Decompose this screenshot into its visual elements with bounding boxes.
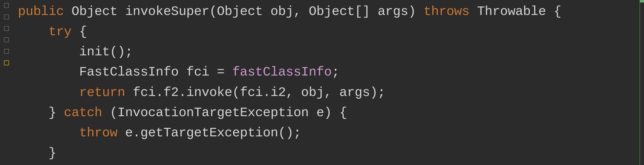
svg-rect-5 — [4, 60, 9, 65]
catch-params: (InvocationTargetException e) { — [102, 106, 347, 120]
svg-rect-4 — [4, 49, 9, 54]
semicolon-1: ; — [332, 66, 340, 79]
code-line-4: FastClassInfo fci = fastClassInfo ; — [18, 62, 640, 82]
type-fci: FastClassInfo fci = — [79, 66, 232, 79]
keyword-try: try — [48, 26, 72, 38]
code-line-1: public Object invokeSuper (Object obj, O… — [18, 2, 640, 22]
indent-2d — [18, 126, 79, 140]
gutter-icon-1 — [3, 2, 10, 9]
type-object: Object — [72, 5, 125, 18]
params: (Object obj, Object[] args) — [209, 5, 424, 18]
init-call: init(); — [79, 46, 133, 58]
brace-open: { — [72, 26, 87, 38]
right-bar — [640, 0, 644, 165]
indent-2c — [18, 86, 79, 99]
svg-rect-0 — [4, 3, 9, 8]
gutter — [0, 0, 13, 165]
svg-rect-3 — [4, 38, 9, 42]
brace-close-catch: } — [48, 147, 56, 160]
gutter-icon-3 — [3, 25, 10, 32]
keyword-throws: throws — [424, 5, 477, 18]
method-name: invokeSuper — [125, 5, 209, 18]
exception-type: Throwable { — [477, 5, 561, 18]
code-line-8: } — [18, 143, 640, 164]
code-line-5: return fci.f2.invoke(fci.i2, obj, args); — [18, 82, 640, 103]
keyword-catch: catch — [64, 106, 102, 120]
code-line-6: } catch (InvocationTargetException e) { — [18, 103, 640, 123]
code-area: public Object invokeSuper (Object obj, O… — [13, 0, 640, 165]
right-bar-indicator — [640, 0, 644, 2]
brace-close-try: } — [48, 106, 64, 120]
gutter-icon-2 — [3, 14, 10, 20]
indent-2b — [18, 66, 79, 79]
code-line-7: throw e.getTargetException(); — [18, 123, 640, 143]
gutter-icon-5 — [3, 48, 10, 55]
indent-1c — [18, 147, 48, 160]
keyword-throw: throw — [79, 126, 125, 140]
code-line-3: init(); — [18, 42, 640, 62]
indent-1b — [18, 106, 48, 120]
field-fastclassinfo: fastClassInfo — [232, 66, 332, 79]
indent-1 — [18, 26, 48, 38]
gutter-icon-6 — [3, 59, 10, 66]
gutter-icon-4 — [3, 36, 10, 43]
code-line-2: try { — [18, 22, 640, 42]
svg-rect-2 — [4, 26, 9, 31]
invoke-call: fci.f2.invoke(fci.i2, obj, args); — [133, 86, 385, 99]
indent-2 — [18, 46, 79, 58]
keyword-public: public — [18, 5, 72, 18]
get-target-exception: e.getTargetException(); — [125, 126, 301, 140]
svg-rect-1 — [4, 15, 9, 19]
keyword-return: return — [79, 86, 133, 99]
